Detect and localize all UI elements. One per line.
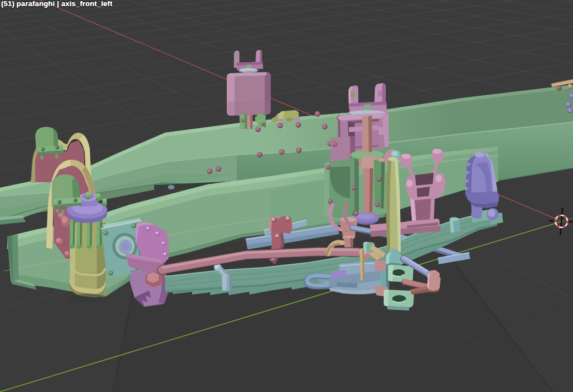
svg-text:(51) parafanghi | axis_front_l: (51) parafanghi | axis_front_left — [1, 0, 113, 8]
